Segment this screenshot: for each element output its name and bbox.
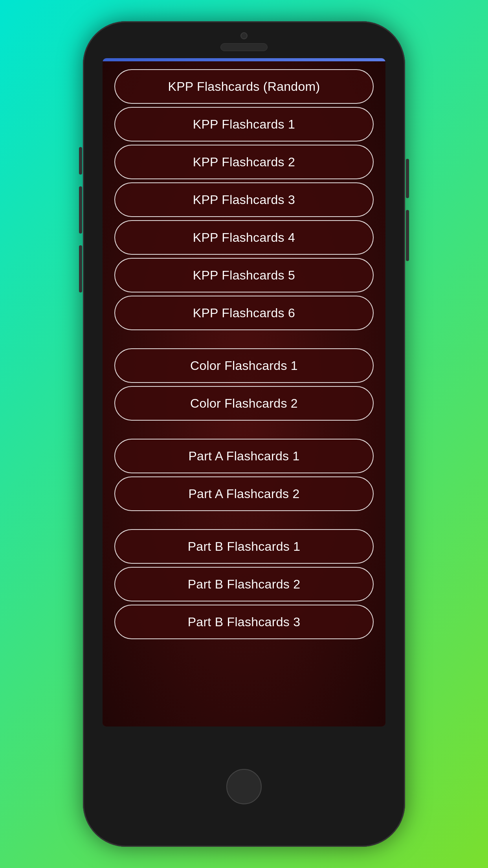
group-gap bbox=[114, 514, 374, 526]
btn-part-b-3[interactable]: Part B Flashcards 3 bbox=[114, 605, 374, 639]
volume-up-button[interactable] bbox=[79, 186, 82, 234]
btn-color-1[interactable]: Color Flashcards 1 bbox=[114, 348, 374, 383]
mute-button[interactable] bbox=[79, 147, 82, 175]
phone-bottom bbox=[226, 726, 262, 847]
btn-kpp-5[interactable]: KPP Flashcards 5 bbox=[114, 258, 374, 292]
home-button[interactable] bbox=[226, 769, 262, 804]
screen-content: KPP Flashcards (Random)KPP Flashcards 1K… bbox=[103, 61, 385, 726]
btn-color-2[interactable]: Color Flashcards 2 bbox=[114, 386, 374, 421]
volume-down-button[interactable] bbox=[79, 245, 82, 292]
btn-kpp-4[interactable]: KPP Flashcards 4 bbox=[114, 220, 374, 255]
btn-part-a-1[interactable]: Part A Flashcards 1 bbox=[114, 439, 374, 473]
btn-part-b-1[interactable]: Part B Flashcards 1 bbox=[114, 529, 374, 564]
power-button[interactable] bbox=[406, 159, 409, 198]
btn-part-a-2[interactable]: Part A Flashcards 2 bbox=[114, 476, 374, 511]
phone-screen: KPP Flashcards (Random)KPP Flashcards 1K… bbox=[103, 58, 385, 726]
group-gap bbox=[114, 424, 374, 436]
group-gap bbox=[114, 333, 374, 345]
volume-button[interactable] bbox=[406, 210, 409, 261]
status-bar bbox=[103, 58, 385, 61]
speaker bbox=[220, 43, 268, 51]
phone-frame: KPP Flashcards (Random)KPP Flashcards 1K… bbox=[83, 21, 405, 847]
btn-kpp-random[interactable]: KPP Flashcards (Random) bbox=[114, 69, 374, 104]
btn-kpp-2[interactable]: KPP Flashcards 2 bbox=[114, 145, 374, 179]
camera bbox=[240, 32, 248, 39]
btn-kpp-6[interactable]: KPP Flashcards 6 bbox=[114, 296, 374, 330]
btn-kpp-3[interactable]: KPP Flashcards 3 bbox=[114, 182, 374, 217]
btn-kpp-1[interactable]: KPP Flashcards 1 bbox=[114, 107, 374, 142]
phone-top bbox=[83, 21, 405, 58]
btn-part-b-2[interactable]: Part B Flashcards 2 bbox=[114, 567, 374, 601]
